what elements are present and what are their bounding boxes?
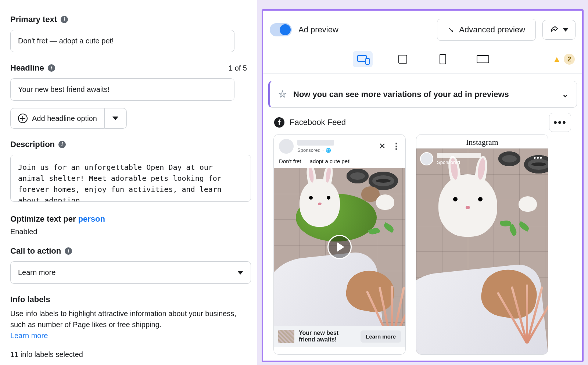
primary-text-label: Primary text i <box>10 15 247 24</box>
page-name-placeholder <box>437 153 481 158</box>
info-labels-selected: 11 info labels selected <box>10 350 247 359</box>
ad-preview-toggle[interactable] <box>270 23 292 36</box>
chevron-down-icon <box>237 271 243 275</box>
facebook-preview-card: Sponsored · 🌐 ✕ ⋮ Don't fret — adopt a c… <box>273 134 406 355</box>
play-icon <box>327 235 352 259</box>
expand-icon: ⤢ <box>448 25 454 34</box>
device-all-button[interactable] <box>353 51 373 67</box>
page-name-placeholder <box>297 140 334 146</box>
device-selector: ▲ 2 <box>263 47 582 74</box>
square-icon <box>398 55 407 64</box>
info-labels-learn-more-link[interactable]: Learn more <box>10 332 48 340</box>
info-icon[interactable]: i <box>65 247 72 255</box>
cta-label: Call to action i <box>10 246 247 256</box>
share-button[interactable] <box>542 20 576 40</box>
avatar <box>420 152 433 165</box>
feed-label: Facebook Feed <box>290 118 346 127</box>
headline-count: 1 of 5 <box>229 64 247 72</box>
more-icon[interactable]: ⋮ <box>392 142 400 151</box>
device-square-button[interactable] <box>393 51 413 67</box>
instagram-preview-card: Instagram Sponsored ••• <box>416 134 548 355</box>
more-icon[interactable]: ••• <box>534 154 543 162</box>
cta-select[interactable]: Learn more <box>10 261 251 284</box>
info-icon[interactable]: i <box>58 141 66 148</box>
optimize-person-link[interactable]: person <box>78 214 105 223</box>
feed-more-button[interactable]: ••• <box>549 113 571 132</box>
card-primary-text: Don't fret — adopt a cute pet! <box>274 156 405 168</box>
close-icon[interactable]: ✕ <box>379 142 386 151</box>
card-cta-button[interactable]: Learn more <box>361 330 401 343</box>
chevron-down-icon[interactable]: ⌄ <box>562 90 569 99</box>
info-labels-title: Info labels <box>10 295 247 304</box>
advanced-preview-button[interactable]: ⤢ Advanced preview <box>437 19 536 41</box>
share-icon <box>549 25 559 34</box>
warning-count: 2 <box>564 54 575 65</box>
preview-frame: Ad preview ⤢ Advanced preview <box>262 9 584 362</box>
add-headline-dropdown[interactable] <box>105 108 127 129</box>
description-input[interactable]: Join us for an unforgettable Open Day at… <box>10 155 251 202</box>
device-portrait-button[interactable] <box>433 51 453 67</box>
info-icon[interactable]: i <box>48 64 55 72</box>
card-headline: Your new best friend awaits! <box>299 330 356 343</box>
chevron-down-icon <box>563 28 569 32</box>
preview-panel: Ad preview ⤢ Advanced preview <box>257 0 588 365</box>
banner-text: Now you can see more variations of your … <box>293 90 509 99</box>
portrait-icon <box>440 54 446 64</box>
optimize-status: Enabled <box>10 228 247 236</box>
facebook-icon: f <box>274 117 284 128</box>
headline-label: Headline i <box>10 63 55 73</box>
sponsored-label: Sponsored · 🌐 <box>297 147 375 153</box>
dots-icon: ••• <box>553 117 566 128</box>
info-icon[interactable]: i <box>61 16 68 23</box>
add-headline-option-button[interactable]: Add headline option <box>10 108 105 129</box>
headline-input[interactable] <box>10 78 234 101</box>
optimize-text-label: Optimize text per person <box>10 214 247 224</box>
ad-creative-form: Primary text i Headline i 1 of 5 Add hea… <box>0 0 257 365</box>
instagram-media[interactable]: Sponsored ••• <box>416 148 548 354</box>
primary-text-input[interactable] <box>10 30 234 52</box>
warning-icon: ▲ <box>553 54 561 64</box>
devices-icon <box>357 55 368 63</box>
description-label: Description i <box>10 140 247 149</box>
device-landscape-button[interactable] <box>473 51 493 67</box>
instagram-logo: Instagram <box>416 135 548 148</box>
avatar <box>279 139 294 154</box>
warning-badge[interactable]: ▲ 2 <box>553 54 575 65</box>
variations-banner[interactable]: ☆ Now you can see more variations of you… <box>268 81 577 108</box>
landscape-icon <box>477 55 489 63</box>
plus-icon <box>18 114 28 123</box>
thumbnail <box>278 330 294 343</box>
info-labels-desc: Use info labels to highlight attractive … <box>10 308 245 330</box>
star-icon: ☆ <box>278 89 287 100</box>
ad-preview-label: Ad preview <box>298 25 430 35</box>
chevron-down-icon <box>112 117 118 120</box>
sponsored-label: Sponsored <box>437 160 481 165</box>
facebook-media[interactable] <box>274 168 405 326</box>
globe-icon: 🌐 <box>326 148 331 153</box>
